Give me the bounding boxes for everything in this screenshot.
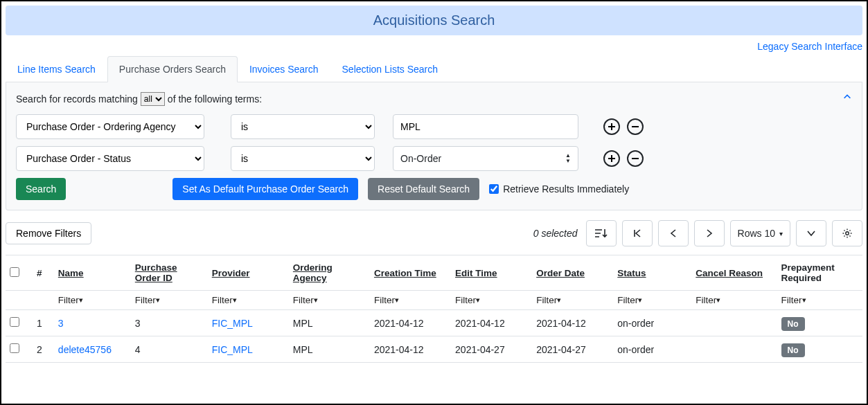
cell-cancel [691, 336, 777, 363]
cell-edit: 2021-04-12 [451, 310, 532, 336]
filter-provider[interactable]: Filter▾ [212, 295, 237, 305]
criteria-operator-select[interactable]: is [231, 146, 375, 171]
retrieve-immediately-checkbox[interactable] [489, 184, 499, 194]
add-criteria-button[interactable] [603, 150, 620, 167]
col-provider[interactable]: Provider [212, 268, 250, 278]
reset-default-button[interactable]: Reset Default Search [368, 178, 479, 200]
prepay-badge: No [781, 343, 805, 357]
criteria-row-1: Purchase Order - Ordering Agency is [16, 114, 852, 139]
tabs: Line Items Search Purchase Orders Search… [6, 56, 862, 82]
first-page-button[interactable] [622, 220, 653, 246]
cell-idx: 2 [33, 336, 54, 363]
search-button[interactable]: Search [16, 178, 66, 200]
filter-row: Filter▾ Filter▾ Filter▾ Filter▾ Filter▾ … [6, 291, 862, 310]
grid-toolbar: Remove Filters 0 selected Rows 10 ▾ [6, 220, 862, 246]
cell-status: on-order [613, 310, 691, 336]
rows-per-page-button[interactable]: Rows 10 ▾ [730, 220, 790, 246]
page-title: Acquisitions Search [6, 6, 862, 35]
tab-purchase-orders[interactable]: Purchase Orders Search [107, 56, 238, 82]
col-row: # [33, 255, 54, 291]
set-default-button[interactable]: Set As Default Purchase Order Search [172, 178, 358, 200]
svg-point-0 [846, 232, 849, 235]
cell-agency: MPL [289, 336, 370, 363]
filter-order[interactable]: Filter▾ [536, 295, 561, 305]
cell-name-link[interactable]: delete45756 [58, 344, 112, 355]
cell-idx: 1 [33, 310, 54, 336]
search-panel: Search for records matching all of the f… [6, 82, 862, 210]
add-criteria-button[interactable] [603, 118, 620, 135]
col-created[interactable]: Creation Time [374, 268, 436, 278]
cell-po-id: 4 [131, 336, 208, 363]
col-prepay: Prepayment Required [777, 255, 862, 291]
cell-cancel [691, 310, 777, 336]
col-agency[interactable]: Ordering Agency [293, 262, 333, 283]
col-name[interactable]: Name [58, 268, 84, 278]
remove-criteria-button[interactable] [627, 118, 644, 135]
legacy-search-link[interactable]: Legacy Search Interface [757, 41, 862, 52]
cell-agency: MPL [289, 310, 370, 336]
filter-edit[interactable]: Filter▾ [455, 295, 480, 305]
match-suffix: of the following terms: [168, 93, 262, 105]
cell-created: 2021-04-12 [370, 336, 451, 363]
cell-order: 2021-04-27 [532, 336, 613, 363]
remove-criteria-button[interactable] [627, 150, 644, 167]
collapse-icon[interactable] [842, 92, 852, 102]
cell-order: 2021-04-12 [532, 310, 613, 336]
criteria-row-2: Purchase Order - Status is On-Order ▲ ▼ [16, 146, 852, 171]
col-status[interactable]: Status [617, 268, 646, 278]
sort-button[interactable] [586, 220, 617, 246]
cell-name-link[interactable]: 3 [58, 318, 64, 329]
table-row: 2 delete45756 4 FIC_MPL MPL 2021-04-12 2… [6, 336, 862, 363]
stepper-arrows[interactable]: ▲ ▼ [565, 153, 571, 164]
expand-button[interactable] [796, 220, 826, 246]
chevron-down-icon[interactable]: ▼ [565, 159, 571, 164]
chevron-down-icon: ▾ [779, 230, 783, 237]
cell-created: 2021-04-12 [370, 310, 451, 336]
criteria-value-input[interactable] [393, 114, 578, 139]
match-prefix: Search for records matching [16, 93, 138, 105]
filter-status[interactable]: Filter▾ [617, 295, 642, 305]
filter-agency[interactable]: Filter▾ [293, 295, 318, 305]
retrieve-immediately-label[interactable]: Retrieve Results Immediately [489, 183, 629, 195]
cell-edit: 2021-04-27 [451, 336, 532, 363]
match-mode-select[interactable]: all [141, 92, 165, 106]
col-edit[interactable]: Edit Time [455, 268, 497, 278]
cell-provider-link[interactable]: FIC_MPL [212, 318, 253, 329]
table-body: 1 3 3 FIC_MPL MPL 2021-04-12 2021-04-12 … [6, 310, 862, 363]
cell-provider-link[interactable]: FIC_MPL [212, 344, 253, 355]
filter-created[interactable]: Filter▾ [374, 295, 399, 305]
filter-prepay[interactable]: Filter▾ [781, 295, 806, 305]
remove-filters-button[interactable]: Remove Filters [6, 222, 91, 244]
row-checkbox[interactable] [10, 343, 19, 353]
criteria-value-text: On-Order [400, 153, 441, 164]
criteria-field-select[interactable]: Purchase Order - Ordering Agency [16, 114, 204, 139]
col-cancel[interactable]: Cancel Reason [696, 268, 763, 278]
table-head: # Name Purchase Order ID Provider Orderi… [6, 255, 862, 291]
cell-status: on-order [613, 336, 691, 363]
selected-count: 0 selected [533, 228, 578, 239]
next-page-button[interactable] [694, 220, 725, 246]
criteria-value-stepper[interactable]: On-Order ▲ ▼ [393, 146, 578, 171]
table-row: 1 3 3 FIC_MPL MPL 2021-04-12 2021-04-12 … [6, 310, 862, 336]
prepay-badge: No [781, 317, 805, 331]
row-checkbox[interactable] [10, 317, 19, 327]
select-all-checkbox[interactable] [10, 267, 19, 277]
filter-po-id[interactable]: Filter▾ [135, 295, 160, 305]
results-table: # Name Purchase Order ID Provider Orderi… [6, 255, 862, 363]
tab-selection-lists[interactable]: Selection Lists Search [330, 56, 450, 82]
criteria-field-select[interactable]: Purchase Order - Status [16, 146, 204, 171]
col-po-id[interactable]: Purchase Order ID [135, 262, 177, 283]
filter-name[interactable]: Filter▾ [58, 295, 83, 305]
tab-invoices[interactable]: Invoices Search [238, 56, 330, 82]
col-order[interactable]: Order Date [536, 268, 585, 278]
settings-button[interactable] [832, 220, 862, 246]
cell-po-id: 3 [131, 310, 208, 336]
filter-cancel[interactable]: Filter▾ [696, 295, 720, 305]
tab-line-items[interactable]: Line Items Search [6, 56, 107, 82]
criteria-operator-select[interactable]: is [231, 114, 375, 139]
gear-icon [842, 228, 853, 239]
prev-page-button[interactable] [658, 220, 689, 246]
